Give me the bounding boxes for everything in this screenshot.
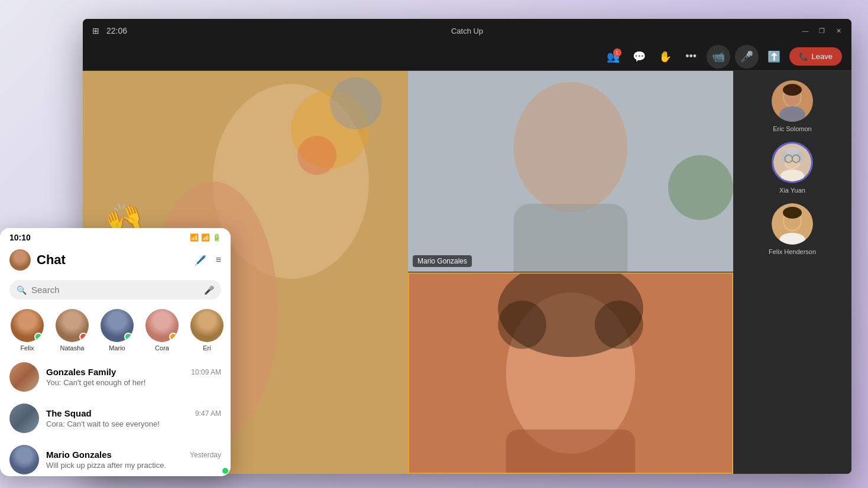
chat-item-squad[interactable]: The Squad 9:47 AM Cora: Can't wait to se…: [0, 398, 231, 439]
chat-time-gonzales: 10:09 AM: [191, 368, 221, 376]
leave-button[interactable]: 📞 Leave: [789, 47, 842, 66]
xia-face: [773, 144, 811, 181]
filter-icon[interactable]: ≡: [216, 255, 221, 266]
mic-search-icon[interactable]: 🎤: [204, 285, 214, 295]
xia-name-label: Xia Yuan: [779, 187, 805, 194]
leave-label: Leave: [812, 52, 833, 61]
participants-button[interactable]: 👥 1: [603, 46, 624, 67]
chat-time-mario: Yesterday: [190, 451, 221, 459]
search-input[interactable]: [31, 285, 199, 295]
participant-eric: Eric Solomon: [772, 80, 813, 132]
window-controls: — ❐ ✕: [802, 27, 842, 34]
story-felix[interactable]: Felix: [9, 309, 45, 352]
chat-preview-mario: Will pick up pizza after my practice.: [46, 461, 221, 470]
video-button[interactable]: 📹: [707, 45, 730, 69]
restore-button[interactable]: ❐: [818, 27, 825, 34]
chat-avatar-mario: [9, 445, 39, 474]
felix-status-dot: [34, 333, 43, 341]
video-bg-woman: [409, 274, 732, 473]
story-mario[interactable]: Mario: [99, 309, 135, 352]
mario-name-label: Mario Gonzales: [413, 255, 472, 267]
battery-icon: 🔋: [212, 233, 221, 242]
avatar-xia: [772, 142, 813, 183]
reactions-icon: ✋: [659, 50, 672, 63]
title-bar: ⊞ 22:06 Catch Up — ❐ ✕: [83, 19, 851, 43]
mobile-status-bar: 10:10 📶 📶 🔋: [0, 228, 231, 245]
compose-icon[interactable]: 🖊️: [195, 255, 206, 266]
story-eri[interactable]: Eri: [189, 309, 225, 352]
mobile-chat-title: Chat: [9, 249, 66, 271]
chat-avatar-gonzales: [9, 362, 39, 392]
story-name-natasha: Natasha: [60, 344, 85, 352]
story-cora[interactable]: Cora: [144, 309, 180, 352]
story-name-cora: Cora: [155, 344, 169, 352]
svg-rect-12: [506, 430, 635, 473]
search-bar[interactable]: 🔍 🎤: [9, 280, 221, 300]
svg-point-15: [595, 301, 643, 349]
chat-name-squad: The Squad: [46, 408, 92, 418]
reactions-button[interactable]: ✋: [655, 46, 676, 67]
close-button[interactable]: ✕: [835, 27, 842, 34]
mobile-time: 10:10: [9, 233, 31, 242]
chat-item-gonzales[interactable]: Gonzales Family 10:09 AM You: Can't get …: [0, 356, 231, 398]
mobile-overlay: 10:10 📶 📶 🔋 Chat 🖊️ ≡ 🔍 🎤 Felix: [0, 228, 231, 476]
mario-status-dot: [124, 333, 132, 341]
avatar-eric: [772, 80, 813, 122]
story-name-felix: Felix: [20, 344, 34, 352]
mobile-avatar: [9, 249, 31, 271]
xia-avatar-svg: [773, 142, 811, 183]
svg-point-9: [668, 155, 733, 220]
svg-point-30: [780, 170, 804, 183]
story-name-mario: Mario: [109, 344, 125, 352]
toolbar: 👥 1 💬 ✋ ••• 📹 🎤 ⬆️ 📞 Leave: [83, 43, 851, 71]
search-icon: 🔍: [17, 285, 27, 295]
story-natasha[interactable]: Natasha: [54, 309, 90, 352]
more-icon: •••: [685, 50, 697, 63]
grid-icon[interactable]: ⊞: [92, 26, 99, 35]
svg-point-4: [330, 77, 382, 129]
mobile-header: Chat 🖊️ ≡: [0, 245, 231, 275]
share-button[interactable]: ⬆️: [763, 46, 785, 67]
video-cell-top-right: Mario Gonzales: [408, 71, 733, 272]
story-avatar-felix: [11, 309, 44, 342]
chat-info-squad: The Squad 9:47 AM Cora: Can't wait to se…: [46, 408, 221, 428]
svg-point-34: [783, 207, 802, 219]
chat-name-row-gonzales: Gonzales Family 10:09 AM: [46, 367, 221, 377]
eric-name-label: Eric Solomon: [773, 125, 811, 132]
phone-icon: 📞: [799, 52, 808, 61]
felix-face: [772, 203, 813, 245]
cora-status-dot: [169, 333, 177, 341]
svg-point-5: [297, 136, 336, 175]
svg-point-19: [783, 84, 802, 96]
chat-info-mario: Mario Gonzales Yesterday Will pick up pi…: [46, 450, 221, 470]
avatar-felix: [772, 203, 813, 245]
story-avatar-natasha: [56, 309, 89, 342]
mic-button[interactable]: 🎤: [735, 45, 759, 69]
minimize-button[interactable]: —: [802, 27, 809, 34]
chat-info-gonzales: Gonzales Family 10:09 AM You: Can't get …: [46, 367, 221, 387]
side-panel: Eric Solomon: [733, 71, 851, 474]
video-icon: 📹: [712, 50, 725, 63]
more-button[interactable]: •••: [681, 46, 702, 67]
share-icon: ⬆️: [767, 50, 780, 63]
eric-face: [772, 80, 813, 122]
chat-preview-squad: Cora: Can't wait to see everyone!: [46, 419, 221, 428]
natasha-status-dot: [79, 333, 88, 341]
chat-name-row-squad: The Squad 9:47 AM: [46, 408, 221, 418]
story-row: Felix Natasha Mario Cora Eri: [0, 304, 231, 356]
video-placeholder-man: [408, 71, 733, 272]
video-placeholder-woman: [409, 274, 732, 473]
title-bar-left: ⊞ 22:06: [92, 26, 127, 35]
chat-item-mario[interactable]: Mario Gonzales Yesterday Will pick up pi…: [0, 439, 231, 476]
felix-avatar-svg: [772, 203, 813, 245]
wifi-icon: 📶: [190, 233, 199, 242]
participants-badge: 1: [613, 48, 621, 57]
video-cell-bottom-right: [408, 272, 733, 474]
chat-button[interactable]: 💬: [629, 46, 650, 67]
mobile-status-icons: 📶 📶 🔋: [190, 233, 221, 242]
svg-point-7: [514, 82, 628, 212]
story-avatar-eri: [190, 309, 224, 342]
mic-icon: 🎤: [740, 50, 753, 63]
story-name-eri: Eri: [203, 344, 210, 352]
felix-name-label: Felix Henderson: [769, 248, 816, 255]
